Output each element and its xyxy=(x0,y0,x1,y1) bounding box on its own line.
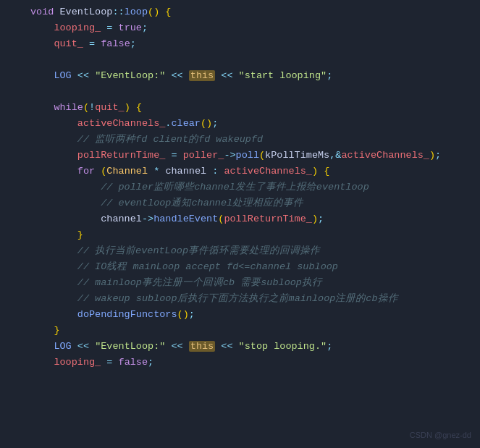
code-line-2: looping_ = true; xyxy=(0,20,480,36)
code-line-9: // 监听两种fd client的fd wakeupfd xyxy=(0,132,480,148)
code-text-19: // wakeup subloop后执行下面方法执行之前mainloop注册的c… xyxy=(30,291,473,307)
code-line-22: LOG << "EventLoop:" << this << "stop loo… xyxy=(0,339,480,355)
code-text-6 xyxy=(30,84,473,100)
code-text-20: doPendingFunctors(); xyxy=(30,307,473,323)
code-line-6 xyxy=(0,84,480,100)
code-text-16: // 执行当前eventLoop事件循环需要处理的回调操作 xyxy=(30,243,473,259)
code-line-4 xyxy=(0,52,480,68)
code-text-3: quit_ = false; xyxy=(30,36,473,52)
code-text-17: // IO线程 mainLoop accept fd<=channel subl… xyxy=(30,259,473,275)
code-line-19: // wakeup subloop后执行下面方法执行之前mainloop注册的c… xyxy=(0,291,480,307)
code-text-8: activeChannels_.clear(); xyxy=(30,116,473,132)
code-text-4 xyxy=(30,52,473,68)
code-line-23: looping_ = false; xyxy=(0,355,480,371)
code-line-15: } xyxy=(0,227,480,243)
code-text-11: for (Channel * channel : activeChannels_… xyxy=(30,164,473,179)
code-line-12: // poller监听哪些channel发生了事件上报给eventloop xyxy=(0,179,480,195)
code-container: void EventLoop::loop() { looping_ = true… xyxy=(0,0,480,448)
code-text-5: LOG << "EventLoop:" << this << "start lo… xyxy=(30,68,473,84)
code-text-15: } xyxy=(30,227,473,243)
code-text-1: void EventLoop::loop() { xyxy=(30,4,473,20)
code-text-10: pollReturnTime_ = poller_->poll(kPollTim… xyxy=(30,148,473,164)
code-text-12: // poller监听哪些channel发生了事件上报给eventloop xyxy=(30,179,473,195)
code-text-22: LOG << "EventLoop:" << this << "stop loo… xyxy=(30,339,473,355)
code-line-8: activeChannels_.clear(); xyxy=(0,116,480,132)
code-line-1: void EventLoop::loop() { xyxy=(0,4,480,20)
code-text-7: while(!quit_) { xyxy=(30,100,473,116)
code-text-2: looping_ = true; xyxy=(30,20,473,36)
code-text-9: // 监听两种fd client的fd wakeupfd xyxy=(30,132,473,148)
code-line-13: // eventloop通知channel处理相应的事件 xyxy=(0,195,480,211)
code-line-18: // mainloop事先注册一个回调cb 需要subloop执行 xyxy=(0,275,480,291)
code-line-10: pollReturnTime_ = poller_->poll(kPollTim… xyxy=(0,148,480,164)
code-text-18: // mainloop事先注册一个回调cb 需要subloop执行 xyxy=(30,275,473,291)
code-line-16: // 执行当前eventLoop事件循环需要处理的回调操作 xyxy=(0,243,480,259)
code-line-11: for (Channel * channel : activeChannels_… xyxy=(0,164,480,179)
code-text-13: // eventloop通知channel处理相应的事件 xyxy=(30,195,473,211)
code-text-14: channel->handleEvent(pollReturnTime_); xyxy=(30,211,473,227)
watermark: CSDN @gnez-dd xyxy=(410,429,471,442)
code-line-20: doPendingFunctors(); xyxy=(0,307,480,323)
code-line-5: LOG << "EventLoop:" << this << "start lo… xyxy=(0,68,480,84)
code-text-21: } xyxy=(30,323,473,339)
code-line-3: quit_ = false; xyxy=(0,36,480,52)
code-line-21: } xyxy=(0,323,480,339)
code-line-7: while(!quit_) { xyxy=(0,100,480,116)
code-line-17: // IO线程 mainLoop accept fd<=channel subl… xyxy=(0,259,480,275)
code-line-14: channel->handleEvent(pollReturnTime_); xyxy=(0,211,480,227)
code-text-23: looping_ = false; xyxy=(30,355,473,371)
